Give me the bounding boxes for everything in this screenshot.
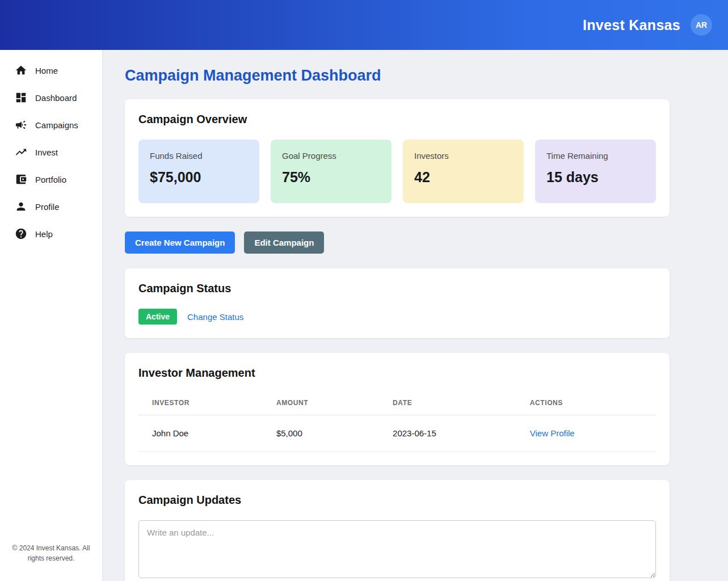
stats-grid: Funds Raised $75,000 Goal Progress 75% I…	[138, 140, 656, 203]
sidebar-item-label: Home	[35, 66, 58, 75]
view-profile-link[interactable]: View Profile	[530, 428, 575, 438]
investor-management-title: Investor Management	[138, 367, 656, 380]
action-buttons-row: Create New Campaign Edit Campaign	[125, 231, 705, 254]
edit-campaign-button[interactable]: Edit Campaign	[244, 231, 324, 254]
stat-label: Investors	[414, 151, 512, 161]
sidebar-item-dashboard[interactable]: Dashboard	[0, 84, 102, 111]
change-status-link[interactable]: Change Status	[187, 312, 243, 322]
status-row: Active Change Status	[138, 309, 656, 325]
app-header: Invest Kansas AR	[0, 0, 728, 50]
megaphone-icon	[15, 119, 27, 131]
stat-label: Time Remaining	[546, 151, 645, 161]
stat-value: 75%	[282, 169, 380, 186]
help-icon	[15, 228, 27, 240]
cell-amount: $5,000	[263, 415, 379, 452]
sidebar-item-campaigns[interactable]: Campaigns	[0, 111, 102, 138]
stat-value: $75,000	[150, 169, 248, 186]
page-title: Campaign Management Dashboard	[125, 67, 705, 85]
brand-title: Invest Kansas	[583, 17, 680, 33]
investor-management-card: Investor Management INVESTOR AMOUNT DATE…	[125, 353, 670, 465]
sidebar: Home Dashboard Campaigns Invest Portfoli…	[0, 50, 102, 581]
campaign-updates-title: Campaign Updates	[138, 494, 656, 507]
column-header-investor: INVESTOR	[138, 393, 263, 415]
stat-label: Goal Progress	[282, 151, 380, 161]
stat-time-remaining: Time Remaining 15 days	[535, 140, 656, 203]
column-header-amount: AMOUNT	[263, 393, 379, 415]
home-icon	[15, 64, 27, 77]
sidebar-item-home[interactable]: Home	[0, 57, 102, 84]
stat-funds-raised: Funds Raised $75,000	[138, 140, 259, 203]
avatar[interactable]: AR	[691, 14, 712, 36]
campaign-updates-card: Campaign Updates	[125, 480, 670, 581]
sidebar-item-label: Profile	[35, 202, 60, 212]
sidebar-item-label: Portfolio	[35, 175, 66, 184]
table-header-row: INVESTOR AMOUNT DATE ACTIONS	[138, 393, 656, 415]
campaign-status-card: Campaign Status Active Change Status	[125, 268, 670, 338]
wallet-icon	[15, 173, 27, 186]
table-row: John Doe $5,000 2023-06-15 View Profile	[138, 415, 656, 452]
sidebar-item-portfolio[interactable]: Portfolio	[0, 166, 102, 193]
create-new-campaign-button[interactable]: Create New Campaign	[125, 231, 235, 254]
trending-up-icon	[15, 146, 27, 158]
stat-value: 15 days	[546, 169, 645, 186]
sidebar-item-label: Campaigns	[35, 120, 78, 130]
sidebar-item-profile[interactable]: Profile	[0, 193, 102, 220]
main-content: Campaign Management Dashboard Campaign O…	[102, 50, 728, 581]
cell-investor-name: John Doe	[138, 415, 263, 452]
campaign-overview-card: Campaign Overview Funds Raised $75,000 G…	[125, 99, 670, 217]
update-input[interactable]	[138, 520, 656, 578]
investors-table: INVESTOR AMOUNT DATE ACTIONS John Doe $5…	[138, 393, 656, 452]
column-header-date: DATE	[379, 393, 516, 415]
column-header-actions: ACTIONS	[516, 393, 656, 415]
cell-date: 2023-06-15	[379, 415, 516, 452]
stat-investors: Investors 42	[403, 140, 524, 203]
stat-goal-progress: Goal Progress 75%	[271, 140, 392, 203]
status-badge: Active	[138, 309, 177, 325]
sidebar-item-label: Dashboard	[35, 93, 77, 103]
stat-label: Funds Raised	[150, 151, 248, 161]
campaign-status-title: Campaign Status	[138, 282, 656, 295]
sidebar-item-invest[interactable]: Invest	[0, 138, 102, 166]
dashboard-icon	[15, 91, 27, 104]
sidebar-item-label: Invest	[35, 148, 58, 157]
campaign-overview-title: Campaign Overview	[138, 113, 656, 126]
stat-value: 42	[414, 169, 512, 186]
sidebar-item-help[interactable]: Help	[0, 220, 102, 247]
person-icon	[15, 200, 27, 213]
sidebar-footer: © 2024 Invest Kansas. All rights reserve…	[0, 534, 102, 581]
page-layout: Home Dashboard Campaigns Invest Portfoli…	[0, 50, 728, 581]
sidebar-item-label: Help	[35, 229, 53, 239]
